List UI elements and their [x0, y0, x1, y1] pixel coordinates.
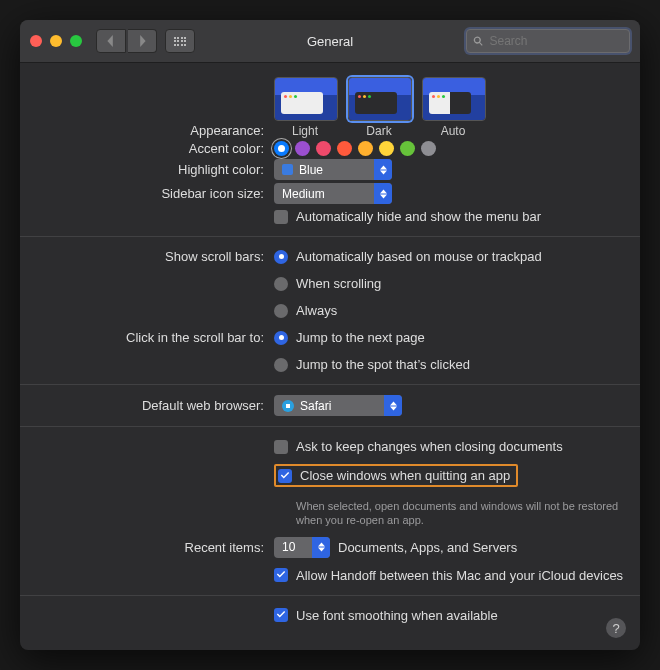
recent-label: Recent items: — [34, 540, 274, 555]
help-button[interactable]: ? — [606, 618, 626, 638]
scrollclick-page-radio[interactable] — [274, 331, 288, 345]
checkmark-icon — [276, 570, 286, 580]
scrollbars-scrolling-radio[interactable] — [274, 277, 288, 291]
browser-select[interactable]: Safari — [274, 395, 402, 416]
search-field[interactable] — [466, 29, 630, 53]
grid-icon — [174, 37, 187, 46]
accent-swatches — [274, 141, 436, 156]
menubar-hide-label: Automatically hide and show the menu bar — [296, 209, 541, 224]
stepper-icon — [312, 537, 330, 558]
scrollclick-label: Click in the scroll bar to: — [34, 328, 274, 345]
accent-orange[interactable] — [358, 141, 373, 156]
nav-buttons — [96, 29, 157, 53]
forward-button[interactable] — [128, 29, 157, 53]
stepper-icon — [384, 395, 402, 416]
back-button[interactable] — [96, 29, 126, 53]
stepper-icon — [374, 183, 392, 204]
chevron-left-icon — [105, 35, 117, 47]
accent-yellow[interactable] — [379, 141, 394, 156]
minimize-window-button[interactable] — [50, 35, 62, 47]
show-all-prefs-button[interactable] — [165, 29, 195, 53]
stepper-icon — [374, 159, 392, 180]
zoom-window-button[interactable] — [70, 35, 82, 47]
accent-pink[interactable] — [316, 141, 331, 156]
separator — [20, 426, 640, 427]
scrollbars-always-radio[interactable] — [274, 304, 288, 318]
accent-blue[interactable] — [274, 141, 289, 156]
close-window-button[interactable] — [30, 35, 42, 47]
separator — [20, 595, 640, 596]
highlighted-option: Close windows when quitting an app — [274, 464, 518, 487]
scrollbars-auto-radio[interactable] — [274, 250, 288, 264]
general-prefs-window: General Appearance: Light Dark — [20, 20, 640, 650]
accent-purple[interactable] — [295, 141, 310, 156]
recent-suffix: Documents, Apps, and Servers — [338, 540, 517, 555]
checkmark-icon — [280, 471, 290, 481]
menubar-hide-checkbox[interactable] — [274, 210, 288, 224]
accent-label: Accent color: — [34, 141, 274, 156]
appearance-auto[interactable]: Auto — [422, 77, 484, 138]
close-windows-checkbox[interactable] — [278, 469, 292, 483]
chevron-right-icon — [136, 35, 148, 47]
close-windows-hint: When selected, open documents and window… — [296, 499, 626, 528]
separator — [20, 236, 640, 237]
scrollbars-label: Show scroll bars: — [34, 247, 274, 264]
ask-changes-checkbox[interactable] — [274, 440, 288, 454]
separator — [20, 384, 640, 385]
font-smoothing-label: Use font smoothing when available — [296, 608, 498, 623]
scrollclick-spot-radio[interactable] — [274, 358, 288, 372]
sidebar-icon-label: Sidebar icon size: — [34, 186, 274, 201]
sidebar-icon-select[interactable]: Medium — [274, 183, 392, 204]
highlight-label: Highlight color: — [34, 162, 274, 177]
accent-graphite[interactable] — [421, 141, 436, 156]
accent-red[interactable] — [337, 141, 352, 156]
appearance-light[interactable]: Light — [274, 77, 336, 138]
close-windows-label: Close windows when quitting an app — [300, 468, 510, 483]
window-controls — [30, 35, 82, 47]
handoff-checkbox[interactable] — [274, 568, 288, 582]
search-input[interactable] — [488, 33, 623, 49]
appearance-options: Light Dark Auto — [274, 77, 484, 138]
recent-select[interactable]: 10 — [274, 537, 330, 558]
browser-label: Default web browser: — [34, 398, 274, 413]
color-chip-icon — [282, 164, 293, 175]
appearance-dark[interactable]: Dark — [348, 77, 410, 138]
highlight-select[interactable]: Blue — [274, 159, 392, 180]
safari-icon — [282, 400, 294, 412]
content: Appearance: Light Dark Auto — [20, 63, 640, 638]
search-icon — [473, 35, 484, 47]
handoff-label: Allow Handoff between this Mac and your … — [296, 568, 623, 583]
appearance-label: Appearance: — [34, 123, 274, 138]
toolbar: General — [20, 20, 640, 63]
accent-green[interactable] — [400, 141, 415, 156]
ask-changes-label: Ask to keep changes when closing documen… — [296, 439, 563, 454]
font-smoothing-checkbox[interactable] — [274, 608, 288, 622]
checkmark-icon — [276, 610, 286, 620]
